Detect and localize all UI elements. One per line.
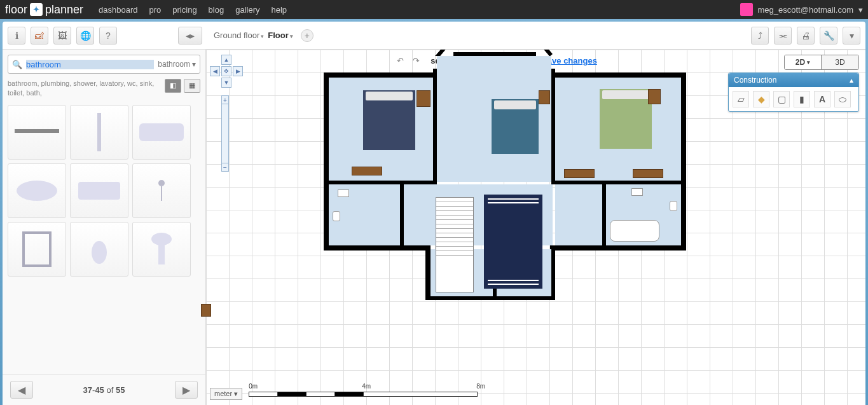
logo-icon: ✦ [30, 3, 43, 16]
pan-down-button[interactable]: ▼ [221, 78, 231, 88]
next-page-button[interactable]: ▶ [175, 381, 198, 399]
content-area: 🔍 bathroom▾ bathroom, plumbing, shower, … [3, 50, 865, 405]
logo-text-right: planner [45, 3, 83, 17]
pan-right-button[interactable]: ▶ [233, 66, 243, 76]
item-shower-head[interactable] [132, 163, 191, 218]
app-frame: ℹ 🛋 🖼 🌐 ? ◂▸ Ground floor▾ Floor▾ + ⤴ ⫘ … [0, 19, 868, 405]
canvas[interactable]: ▲ ◀ ✥ ▶ ▼ + − ↶ ↷ second design has chan… [206, 50, 865, 405]
scale-mark-2: 8m [476, 383, 485, 390]
scale-bar: meter ▾ 0m 4m 8m [210, 388, 478, 400]
tool-room[interactable]: ▱ [733, 91, 749, 107]
ruler: 0m 4m 8m [249, 392, 478, 397]
globe-button[interactable]: 🌐 [76, 27, 94, 45]
chevron-down-icon: ▾ [192, 60, 196, 69]
panel-title: Construction [734, 76, 776, 85]
view-3d-button[interactable]: 3D [822, 55, 858, 69]
view-2d-button[interactable]: 2D▾ [785, 55, 822, 69]
item-urinal[interactable] [70, 222, 128, 277]
svg-rect-2 [139, 123, 184, 141]
prev-page-button[interactable]: ◀ [10, 381, 33, 399]
export-button[interactable]: ⤴ [751, 27, 769, 45]
category-dropdown[interactable]: bathroom▾ [158, 60, 196, 69]
panel-collapse-icon[interactable]: ▴ [850, 76, 853, 85]
share-button[interactable]: ⫘ [774, 27, 792, 45]
chevron-down-icon: ▾ [261, 33, 264, 39]
floorplan[interactable] [324, 52, 686, 306]
svg-rect-1 [97, 113, 101, 151]
item-grid [3, 102, 205, 374]
pan-center-button[interactable]: ✥ [221, 66, 231, 76]
logo[interactable]: floor ✦ planner [5, 3, 83, 17]
item-bathtub-classic[interactable] [132, 105, 191, 160]
zoom-out-button[interactable]: − [221, 163, 229, 172]
stray-furniture[interactable] [201, 304, 211, 317]
pan-left-button[interactable]: ◀ [210, 66, 220, 76]
item-pedestal-sink[interactable] [132, 222, 191, 277]
zoom-slider[interactable]: + − [221, 95, 229, 172]
chevron-down-icon: ▾ [858, 5, 863, 15]
print-button[interactable]: 🖨 [797, 27, 815, 45]
breadcrumb: Ground floor▾ Floor▾ + [214, 29, 313, 42]
avatar [740, 3, 753, 16]
tag-list: bathroom, plumbing, shower, lavatory, wc… [8, 79, 165, 99]
tool-door[interactable]: ▮ [794, 91, 810, 107]
unit-dropdown[interactable]: meter ▾ [210, 388, 242, 400]
main-toolbar: ℹ 🛋 🖼 🌐 ? ◂▸ Ground floor▾ Floor▾ + ⤴ ⫘ … [3, 22, 865, 50]
zoom-in-button[interactable]: + [221, 95, 229, 104]
pager-label: 37-45 of 55 [83, 385, 125, 395]
nav-help[interactable]: help [271, 5, 287, 15]
chevron-down-icon: ▾ [807, 59, 810, 65]
tool-outline[interactable]: ⬭ [834, 91, 851, 107]
scale-mark-0: 0m [249, 383, 258, 390]
top-nav: floor ✦ planner dashboard pro pricing bl… [0, 0, 868, 19]
info-button[interactable]: ℹ [8, 27, 25, 45]
search-box: 🔍 bathroom▾ [8, 55, 200, 74]
svg-rect-4 [78, 182, 120, 200]
svg-point-3 [17, 181, 57, 201]
tool-text[interactable]: A [814, 91, 830, 107]
nav-gallery[interactable]: gallery [235, 5, 259, 15]
tool-surface[interactable]: ▢ [773, 91, 790, 107]
breadcrumb-plan[interactable]: Floor▾ [268, 31, 293, 40]
item-shower-divider[interactable] [70, 105, 128, 160]
chevron-down-icon: ▾ [290, 33, 293, 39]
nav-links: dashboard pro pricing blog gallery help [99, 5, 287, 15]
tag-row: bathroom, plumbing, shower, lavatory, wc… [3, 79, 205, 102]
nav-pricing[interactable]: pricing [172, 5, 196, 15]
pager: ◀ 37-45 of 55 ▶ [3, 374, 205, 405]
scale-mark-1: 4m [362, 383, 371, 390]
nav-blog[interactable]: blog [209, 5, 224, 15]
sidebar: 🔍 bathroom▾ bathroom, plumbing, shower, … [3, 50, 206, 405]
logo-text-left: floor [5, 3, 27, 17]
user-email: meg_escott@hotmail.com [758, 5, 853, 15]
user-menu[interactable]: meg_escott@hotmail.com ▾ [740, 3, 863, 16]
add-floor-button[interactable]: + [301, 29, 313, 42]
help-button[interactable]: ? [99, 27, 117, 45]
view-2d-thumb-button[interactable]: ▦ [184, 79, 200, 93]
nav-dashboard[interactable]: dashboard [99, 5, 137, 15]
media-button[interactable]: 🖼 [53, 27, 71, 45]
pan-up-button[interactable]: ▲ [221, 55, 231, 65]
tool-wall[interactable]: ◆ [753, 91, 769, 107]
construction-panel: Construction ▴ ▱ ◆ ▢ ▮ A ⬭ [728, 72, 859, 112]
settings-button[interactable]: 🔧 [820, 27, 837, 45]
svg-rect-7 [24, 233, 50, 266]
search-icon: 🔍 [12, 60, 22, 69]
svg-point-9 [151, 233, 172, 245]
item-bathtub-oval[interactable] [8, 163, 66, 218]
svg-point-8 [92, 241, 107, 264]
search-input[interactable] [26, 60, 154, 69]
svg-rect-10 [158, 244, 165, 264]
breadcrumb-floor[interactable]: Ground floor▾ [214, 31, 264, 40]
nav-pro[interactable]: pro [149, 5, 162, 15]
undo-redo-button[interactable]: ◂▸ [178, 27, 202, 45]
svg-rect-0 [15, 129, 59, 133]
view-3d-thumb-button[interactable]: ◧ [165, 79, 181, 93]
item-bathtub-rect[interactable] [70, 163, 128, 218]
furniture-button[interactable]: 🛋 [31, 27, 48, 45]
view-toggle: 2D▾ 3D [784, 55, 859, 70]
item-drain-linear[interactable] [8, 105, 66, 160]
item-mirror[interactable] [8, 222, 66, 277]
svg-point-5 [158, 180, 165, 186]
more-button[interactable]: ▾ [843, 27, 860, 45]
